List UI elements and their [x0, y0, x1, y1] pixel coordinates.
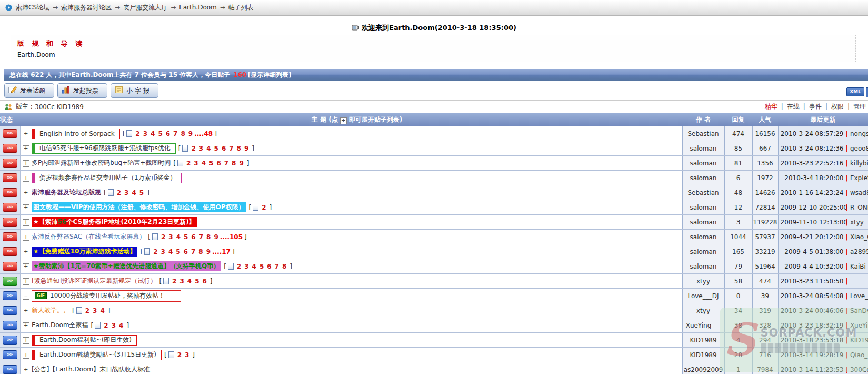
page-link[interactable]: 2 — [172, 278, 176, 285]
page-link[interactable]: 7 — [229, 145, 233, 152]
thread-status-icon[interactable]: »» — [3, 159, 17, 168]
thread-title[interactable]: ★【免费赠送10万索沛游戏卡活动】 — [32, 247, 137, 257]
expand-icon[interactable]: + — [23, 249, 29, 255]
page-link[interactable]: 5 — [260, 263, 264, 270]
thread-title[interactable]: Earth.Doom戰績獎勵貼~(3月15日更新) — [32, 350, 162, 360]
last-poster-link[interactable]: R_ONE — [850, 204, 868, 211]
last-poster-link[interactable]: Qiao_D — [850, 351, 868, 359]
thread-title[interactable]: [公告]【Earth.Doom】末日战队收人标准 — [32, 365, 150, 374]
page-link[interactable]: 6 — [267, 263, 271, 270]
page-link[interactable]: 2 — [177, 351, 182, 359]
page-link[interactable]: 7 — [173, 130, 177, 137]
page-link[interactable]: 6 — [222, 145, 226, 152]
moderator-names[interactable]: 300Cc KID1989 — [35, 103, 84, 111]
thread-title[interactable]: ★赞助索沛【1元=70索币+赠送优先进服通道】（支持手机Q币） — [32, 261, 221, 271]
author-link[interactable]: saloman — [690, 174, 717, 182]
expand-icon[interactable]: + — [23, 160, 29, 167]
new-topic-button[interactable]: 发表话题 — [4, 83, 54, 98]
thread-title[interactable]: 图文教程——VIP的使用方法（注册、修改密码、增加金钱、使用OP权限） — [32, 202, 246, 212]
author-link[interactable]: saloman — [690, 160, 717, 167]
page-link[interactable]: 3 — [168, 233, 173, 241]
page-link[interactable]: 3 — [185, 351, 189, 359]
page-link[interactable]: 2 — [104, 322, 108, 329]
last-poster-link[interactable]: geoo8 — [850, 145, 868, 152]
page-link[interactable]: 6 — [166, 130, 170, 137]
last-poster-link[interactable]: KID19 — [850, 337, 868, 344]
page-link[interactable]: 2 — [262, 204, 266, 211]
page-link[interactable]: 3 — [112, 322, 116, 329]
collapse-icon[interactable]: − — [23, 293, 29, 300]
expand-icon[interactable]: + — [23, 219, 29, 226]
page-link[interactable]: 6 — [216, 160, 221, 167]
page-link[interactable]: 3 — [93, 307, 97, 314]
page-link[interactable]: 4 — [202, 160, 206, 167]
thread-status-icon[interactable]: »» — [3, 336, 17, 345]
page-link-last[interactable]: ....105 — [220, 233, 243, 241]
forum-link-1[interactable]: 精华 — [765, 103, 777, 110]
last-poster-link[interactable]: killybit — [850, 160, 868, 167]
thread-status-icon[interactable]: »» — [3, 173, 17, 182]
author-link[interactable]: saloman — [690, 219, 717, 226]
page-link[interactable]: 2 — [135, 130, 139, 137]
last-poster-link[interactable]: Explet — [850, 174, 868, 182]
expand-icon[interactable]: + — [23, 367, 29, 373]
xml-feed-button[interactable]: XML — [846, 87, 864, 96]
page-link[interactable]: 2 — [85, 307, 89, 314]
page-link[interactable]: 5 — [209, 160, 213, 167]
page-link[interactable]: 4 — [187, 278, 192, 285]
page-link[interactable]: 4 — [168, 248, 173, 255]
page-link[interactable]: 3 — [199, 145, 203, 152]
page-link[interactable]: 5 — [214, 145, 218, 152]
thread-status-icon[interactable]: »» — [3, 306, 17, 315]
page-link[interactable]: 3 — [194, 160, 198, 167]
author-link[interactable]: saloman — [690, 248, 717, 255]
page-link[interactable]: 7 — [275, 263, 279, 270]
page-link[interactable]: 8 — [206, 233, 211, 241]
page-link[interactable]: 2 — [186, 160, 191, 167]
last-poster-link[interactable]: Love_ — [850, 292, 868, 300]
thread-status-icon[interactable]: »» — [3, 262, 17, 271]
page-link[interactable]: 3 — [244, 263, 248, 270]
last-poster-link[interactable]: SanDy — [850, 307, 868, 314]
last-poster-link[interactable]: nongs — [850, 130, 868, 137]
thread-status-icon[interactable]: »» — [3, 321, 17, 330]
thread-title[interactable]: GIF10000分战绩专用发帖处，奖励有效帖！ — [32, 290, 181, 302]
thread-title[interactable]: 新人教学。。 — [32, 306, 69, 315]
page-link-last[interactable]: ....17 — [212, 248, 231, 255]
forum-link-3[interactable]: 事件 — [809, 103, 822, 110]
page-link[interactable]: 5 — [195, 278, 199, 285]
page-link[interactable]: 2 — [191, 145, 195, 152]
page-link[interactable]: 9 — [206, 248, 211, 255]
page-link[interactable]: 6 — [184, 248, 188, 255]
page-link[interactable]: 8 — [237, 145, 241, 152]
page-link[interactable]: 5 — [184, 233, 188, 241]
breadcrumb-item[interactable]: 丧尸服交流大厅 — [123, 4, 167, 11]
page-link[interactable]: 4 — [176, 233, 181, 241]
page-link[interactable]: 6 — [191, 233, 195, 241]
bulletin-button[interactable]: 小 字 报 — [111, 83, 158, 98]
expand-icon[interactable]: + — [23, 234, 29, 241]
thread-title[interactable]: [紧急通知]投诉区证据认定最新规定（试行） — [32, 277, 156, 286]
breadcrumb-item[interactable]: Earth.Doom — [179, 4, 217, 11]
last-poster-link[interactable]: 300Cc — [850, 366, 868, 373]
page-link[interactable]: 3 — [179, 278, 184, 285]
page-link[interactable]: 9 — [188, 130, 193, 137]
page-link[interactable]: 3 — [143, 130, 147, 137]
thread-status-icon[interactable]: »» — [3, 203, 17, 212]
page-link[interactable]: 4 — [100, 307, 104, 314]
author-link[interactable]: XueYing___ — [686, 322, 721, 329]
thread-title[interactable]: 多P内部泄露新图+修改密码bug+陷害+截图时间 — [32, 159, 171, 168]
thread-status-icon[interactable]: »» — [3, 365, 17, 374]
expand-icon[interactable]: + — [23, 131, 29, 137]
author-link[interactable]: as20092009 — [684, 366, 723, 373]
new-poll-button[interactable]: 发起投票 — [57, 83, 107, 98]
expand-icon[interactable]: + — [23, 190, 29, 196]
thread-status-icon[interactable]: »» — [3, 188, 17, 197]
page-link[interactable]: 2 — [161, 233, 165, 241]
expand-icon[interactable]: + — [23, 337, 29, 344]
thread-title[interactable]: Earth.Doom福利贴~(即日生效) — [32, 335, 137, 346]
show-detail-list-link[interactable]: [显示详细列表] — [247, 71, 291, 78]
expand-icon[interactable]: + — [23, 145, 29, 152]
page-link[interactable]: 8 — [198, 248, 203, 255]
breadcrumb-item[interactable]: 索沛服务器讨论区 — [61, 4, 112, 11]
